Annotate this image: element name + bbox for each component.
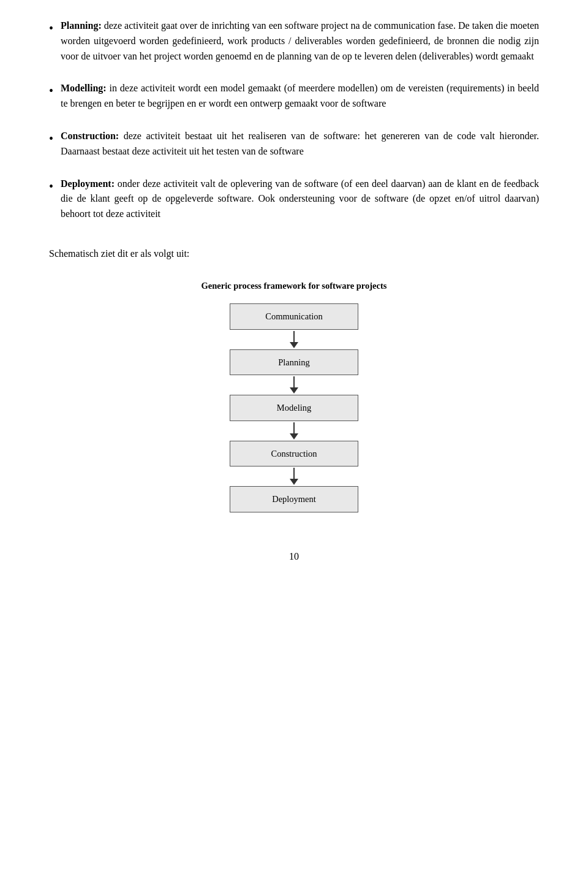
arrow-2 — [290, 376, 298, 394]
diagram-flow: Communication Planning Modeling Construc… — [230, 303, 358, 512]
diagram-title: Generic process framework for software p… — [202, 279, 387, 292]
arrow-head-2 — [290, 387, 298, 394]
arrow-1 — [290, 331, 298, 348]
diagram-box-modeling: Modeling — [230, 395, 358, 421]
bullet-dot-planning: • — [49, 19, 53, 38]
bullet-list: • Planning: deze activiteit gaat over de… — [49, 18, 539, 222]
arrow-line-1 — [293, 331, 295, 342]
schema-intro-text: Schematisch ziet dit er als volgt uit: — [49, 246, 539, 262]
bullet-planning: • Planning: deze activiteit gaat over de… — [49, 18, 539, 64]
diagram-box-construction: Construction — [230, 441, 358, 466]
bullet-dot-modelling: • — [49, 82, 53, 101]
bullet-label-deployment: Deployment: — [61, 178, 115, 189]
bullet-dot-deployment: • — [49, 177, 53, 196]
bullet-label-construction: Construction: — [61, 131, 119, 141]
page-content: • Planning: deze activiteit gaat over de… — [49, 18, 539, 564]
bullet-dot-construction: • — [49, 129, 53, 148]
bullet-label-planning: Planning: — [61, 20, 102, 31]
bullet-deployment: • Deployment: onder deze activiteit valt… — [49, 177, 539, 222]
bullet-text-planning: Planning: deze activiteit gaat over de i… — [61, 18, 539, 64]
arrow-line-4 — [293, 468, 295, 479]
diagram-wrapper: Generic process framework for software p… — [49, 279, 539, 512]
page-number: 10 — [49, 549, 539, 565]
arrow-head-3 — [290, 433, 298, 440]
diagram-box-deployment: Deployment — [230, 486, 358, 512]
bullet-construction: • Construction: deze activiteit bestaat … — [49, 129, 539, 159]
diagram-box-communication: Communication — [230, 303, 358, 329]
arrow-4 — [290, 468, 298, 485]
bullet-label-modelling: Modelling: — [61, 83, 107, 93]
arrow-3 — [290, 422, 298, 440]
arrow-head-1 — [290, 342, 298, 348]
schema-section: Schematisch ziet dit er als volgt uit: G… — [49, 246, 539, 512]
bullet-modelling: • Modelling: in deze activiteit wordt ee… — [49, 81, 539, 112]
bullet-text-construction: Construction: deze activiteit bestaat ui… — [61, 129, 539, 159]
arrow-head-4 — [290, 479, 298, 485]
bullet-text-deployment: Deployment: onder deze activiteit valt d… — [61, 177, 539, 222]
arrow-line-3 — [293, 422, 295, 433]
arrow-line-2 — [293, 376, 295, 387]
bullet-text-modelling: Modelling: in deze activiteit wordt een … — [61, 81, 539, 112]
diagram-box-planning: Planning — [230, 349, 358, 375]
